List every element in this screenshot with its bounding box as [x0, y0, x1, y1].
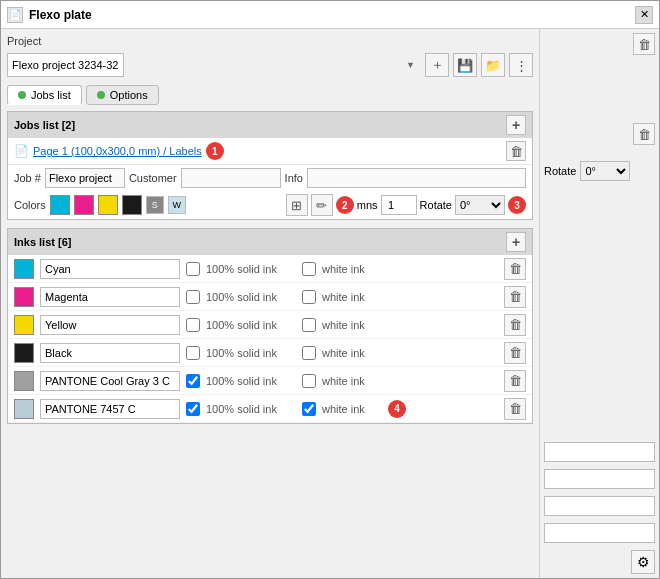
- job-num-input[interactable]: [45, 168, 125, 188]
- ink-row-cyan: 100% solid ink white ink 🗑: [8, 255, 532, 283]
- right-input-3[interactable]: [544, 496, 655, 516]
- tab-options[interactable]: Options: [86, 85, 159, 105]
- project-select-wrapper: Flexo project 3234-32: [7, 53, 421, 77]
- ink-delete-yellow[interactable]: 🗑: [504, 314, 526, 336]
- ink-solid-check-cyan[interactable]: [186, 262, 200, 276]
- ink-name-cyan[interactable]: [40, 259, 180, 279]
- ink-solid-label-pantone-gray: 100% solid ink: [206, 375, 296, 387]
- jobs-header: Jobs list [2] +: [8, 112, 532, 138]
- colors-label: Colors: [14, 199, 46, 211]
- ink-color-cyan: [14, 259, 34, 279]
- ink-row-magenta: 100% solid ink white ink 🗑: [8, 283, 532, 311]
- right-spacer-2: [544, 149, 655, 157]
- ink-white-check-magenta[interactable]: [302, 290, 316, 304]
- job-num-label: Job #: [14, 172, 41, 184]
- info-label: Info: [285, 172, 303, 184]
- ink-white-check-pantone-7457[interactable]: [302, 402, 316, 416]
- customer-label: Customer: [129, 172, 177, 184]
- left-panel: Project Flexo project 3234-32 ＋ 💾 📁 ⋮ Jo…: [1, 29, 539, 578]
- tab-dot-options: [97, 91, 105, 99]
- ink-row-pantone-gray: 100% solid ink white ink 🗑: [8, 367, 532, 395]
- gear-button[interactable]: ⚙: [631, 550, 655, 574]
- ink-delete-black[interactable]: 🗑: [504, 342, 526, 364]
- right-input-2[interactable]: [544, 469, 655, 489]
- ink-solid-check-yellow[interactable]: [186, 318, 200, 332]
- inks-header: Inks list [6] +: [8, 229, 532, 255]
- inks-add-button[interactable]: +: [506, 232, 526, 252]
- job-badge-1: 1: [206, 142, 224, 160]
- ink-delete-cyan[interactable]: 🗑: [504, 258, 526, 280]
- ink-delete-pantone-gray[interactable]: 🗑: [504, 370, 526, 392]
- right-trash-button[interactable]: 🗑: [633, 33, 655, 55]
- ink-color-pantone-gray: [14, 371, 34, 391]
- ink-name-magenta[interactable]: [40, 287, 180, 307]
- jobs-add-button[interactable]: +: [506, 115, 526, 135]
- ink-solid-check-magenta[interactable]: [186, 290, 200, 304]
- ink-color-magenta: [14, 287, 34, 307]
- right-input-4[interactable]: [544, 523, 655, 543]
- close-button[interactable]: ✕: [635, 6, 653, 24]
- customer-input[interactable]: [181, 168, 281, 188]
- ink-white-check-pantone-gray[interactable]: [302, 374, 316, 388]
- ink-white-check-black[interactable]: [302, 346, 316, 360]
- ink-row-black: 100% solid ink white ink 🗑: [8, 339, 532, 367]
- job-delete-button[interactable]: 🗑: [506, 141, 526, 161]
- ink-solid-check-pantone-7457[interactable]: [186, 402, 200, 416]
- colors-edit-button[interactable]: ✏: [311, 194, 333, 216]
- right-rotate-row: Rotate 0° 90° 180° 270°: [544, 161, 655, 181]
- swatch-magenta[interactable]: [74, 195, 94, 215]
- swatch-w[interactable]: W: [168, 196, 186, 214]
- project-add-button[interactable]: ＋: [425, 53, 449, 77]
- project-more-button[interactable]: ⋮: [509, 53, 533, 77]
- ink-white-label-black: white ink: [322, 347, 382, 359]
- right-rotate-label: Rotate: [544, 165, 576, 177]
- job-page-link[interactable]: Page 1 (100,0x300,0 mm) / Labels: [33, 145, 202, 157]
- window-title: Flexo plate: [29, 8, 629, 22]
- colors-grid-button[interactable]: ⊞: [286, 194, 308, 216]
- rotate-select[interactable]: 0° 90° 180° 270°: [455, 195, 505, 215]
- inks-section: Inks list [6] + 100% solid ink white ink…: [7, 228, 533, 424]
- ink-delete-magenta[interactable]: 🗑: [504, 286, 526, 308]
- ink-solid-label-pantone-7457: 100% solid ink: [206, 403, 296, 415]
- right-input-1[interactable]: [544, 442, 655, 462]
- project-select[interactable]: Flexo project 3234-32: [7, 53, 124, 77]
- info-input[interactable]: [307, 168, 526, 188]
- project-save-button[interactable]: 💾: [453, 53, 477, 77]
- swatch-black[interactable]: [122, 195, 142, 215]
- ink-solid-check-pantone-gray[interactable]: [186, 374, 200, 388]
- ink-solid-label-yellow: 100% solid ink: [206, 319, 296, 331]
- project-open-button[interactable]: 📁: [481, 53, 505, 77]
- ink-white-label-magenta: white ink: [322, 291, 382, 303]
- job-badge-4: 4: [388, 400, 406, 418]
- tab-jobs-list[interactable]: Jobs list: [7, 85, 82, 105]
- ink-white-check-yellow[interactable]: [302, 318, 316, 332]
- right-trash-button-2[interactable]: 🗑: [633, 123, 655, 145]
- right-rotate-select[interactable]: 0° 90° 180° 270°: [580, 161, 630, 181]
- jobs-section: Jobs list [2] + 📄 Page 1 (100,0x300,0 mm…: [7, 111, 533, 220]
- colors-actions: ⊞ ✏ 2 mns Rotate 0° 90° 180° 270° 3: [286, 194, 526, 216]
- ink-name-black[interactable]: [40, 343, 180, 363]
- ink-color-yellow: [14, 315, 34, 335]
- mns-input[interactable]: [381, 195, 417, 215]
- tab-dot-jobs: [18, 91, 26, 99]
- ink-color-pantone-7457: [14, 399, 34, 419]
- swatch-yellow[interactable]: [98, 195, 118, 215]
- ink-white-label-yellow: white ink: [322, 319, 382, 331]
- swatch-cyan[interactable]: [50, 195, 70, 215]
- right-spacer-1: [544, 59, 655, 119]
- ink-name-pantone-7457[interactable]: [40, 399, 180, 419]
- ink-solid-check-black[interactable]: [186, 346, 200, 360]
- window-icon: 📄: [7, 7, 23, 23]
- ink-white-check-cyan[interactable]: [302, 262, 316, 276]
- right-panel: 🗑 🗑 Rotate 0° 90° 180° 270° ⚙: [539, 29, 659, 578]
- ink-color-black: [14, 343, 34, 363]
- tab-options-label: Options: [110, 89, 148, 101]
- ink-name-yellow[interactable]: [40, 315, 180, 335]
- title-bar: 📄 Flexo plate ✕: [1, 1, 659, 29]
- tab-jobs-label: Jobs list: [31, 89, 71, 101]
- inks-header-text: Inks list [6]: [14, 236, 71, 248]
- ink-delete-pantone-7457[interactable]: 🗑: [504, 398, 526, 420]
- swatch-s[interactable]: S: [146, 196, 164, 214]
- jobs-header-text: Jobs list [2]: [14, 119, 75, 131]
- ink-name-pantone-gray[interactable]: [40, 371, 180, 391]
